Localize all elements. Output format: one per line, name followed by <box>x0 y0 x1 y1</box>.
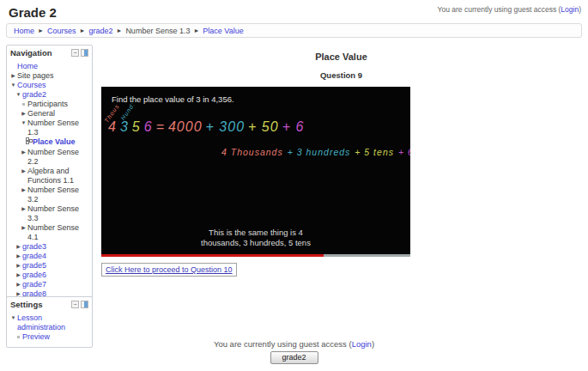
nav-item-label: Number Sense 3.2 <box>27 186 90 204</box>
nav-item-algebra-and-functions-1-1[interactable]: ▶Algebra and Functions 1.1 <box>9 167 90 186</box>
nav-item-label: Number Sense 1.3 <box>27 119 90 137</box>
chalk-text: + 6 <box>282 119 305 134</box>
dock-block-icon[interactable] <box>81 301 88 308</box>
breadcrumb-item-courses[interactable]: Courses <box>47 27 76 35</box>
bullet-icon <box>20 100 27 109</box>
page: Grade 2 You are currently using guest ac… <box>0 0 588 371</box>
settings-item-label: Lesson administration <box>17 313 90 332</box>
nav-item-grade2[interactable]: ▼grade2 <box>9 90 90 100</box>
breadcrumb: Home►Courses►grade2►Number Sense 1.3►Pla… <box>6 23 582 38</box>
chevron-expanded-icon[interactable]: ▼ <box>9 313 17 323</box>
breadcrumb-item-place-value[interactable]: Place Value <box>203 27 243 35</box>
chevron-collapsed-icon[interactable]: ▶ <box>15 261 22 271</box>
chevron-collapsed-icon[interactable]: ▶ <box>20 223 27 233</box>
chevron-collapsed-icon[interactable]: ▶ <box>20 148 27 157</box>
nav-item-home[interactable]: Home <box>9 62 90 71</box>
chevron-expanded-icon[interactable]: ▼ <box>9 81 17 90</box>
guest-notice-text: You are currently using guest access ( <box>438 5 561 14</box>
navigation-items: Home▶Site pages▼Courses▼grade2Participan… <box>7 59 92 323</box>
chalk-text: 5 <box>132 119 141 134</box>
nav-item-general[interactable]: ▶General <box>9 109 90 119</box>
nav-item-number-sense-2-2[interactable]: ▶Number Sense 2.2 <box>9 148 90 167</box>
chevron-collapsed-icon[interactable]: ▶ <box>15 242 22 252</box>
settings-block-title: Settings <box>10 300 42 309</box>
breadcrumb-item-number-sense-1-3: Number Sense 1.3 <box>125 27 190 35</box>
chalk-text: = <box>156 119 165 134</box>
chevron-collapsed-icon[interactable]: ▶ <box>20 109 27 119</box>
chevron-expanded-icon[interactable]: ▼ <box>15 90 22 100</box>
nav-item-grade3[interactable]: ▶grade3 <box>9 242 90 252</box>
nav-item-label: Place Value <box>33 137 90 147</box>
chalk-text: + 50 <box>248 119 279 134</box>
settings-block-header: Settings − <box>7 297 92 311</box>
board-column-label: Hund: <box>119 101 136 121</box>
nav-item-label: grade3 <box>22 242 90 252</box>
nav-item-label: General <box>27 109 90 119</box>
breadcrumb-item-home[interactable]: Home <box>14 27 34 35</box>
chalk-text: + 3 hundreds <box>288 147 351 157</box>
nav-item-participants[interactable]: Participants <box>9 100 90 109</box>
caption-line: thousands, 3 hundreds, 5 tens <box>101 238 410 248</box>
chevron-collapsed-icon[interactable]: ▶ <box>15 252 22 261</box>
nav-item-label: grade4 <box>22 252 90 261</box>
chevron-collapsed-icon[interactable]: ▶ <box>20 204 27 214</box>
chevron-collapsed-icon[interactable]: ▶ <box>20 167 27 176</box>
login-link-bottom[interactable]: Login <box>352 339 372 349</box>
navigation-block: Navigation − Home▶Site pages▼Courses▼gra… <box>6 45 93 324</box>
nav-item-number-sense-3-3[interactable]: ▶Number Sense 3.3 <box>9 204 90 223</box>
lesson-title: Place Value <box>101 52 581 62</box>
nav-item-courses[interactable]: ▼Courses <box>9 81 90 90</box>
guest-access-notice-bottom: You are currently using guest access (Lo… <box>0 339 588 349</box>
chevron-collapsed-icon[interactable]: ▶ <box>20 186 27 195</box>
guest-access-notice-top: You are currently using guest access (Lo… <box>438 5 581 14</box>
course-shortname-button[interactable]: grade2 <box>270 351 318 364</box>
chalk-text: 6 <box>144 119 153 134</box>
nav-item-label: grade6 <box>22 271 90 280</box>
proceed-button[interactable]: Click Here to proceed to Question 10 <box>101 263 237 277</box>
question-number: Question 9 <box>101 70 581 80</box>
chalk-text: + 6 ones <box>398 147 410 157</box>
page-title: Grade 2 <box>9 5 57 20</box>
nav-item-site-pages[interactable]: ▶Site pages <box>9 71 90 81</box>
nav-item-label: Home <box>17 62 90 71</box>
board-expansion-words: 4 Thousands+ 3 hundreds+ 5 tens+ 6 ones <box>221 147 410 157</box>
nav-item-number-sense-3-2[interactable]: ▶Number Sense 3.2 <box>9 186 90 204</box>
nav-item-number-sense-1-3[interactable]: ▼Number Sense 1.3 <box>9 119 90 137</box>
chalk-text: 3 <box>120 119 129 134</box>
collapse-block-icon[interactable]: − <box>71 49 79 57</box>
nav-item-number-sense-4-1[interactable]: ▶Number Sense 4.1 <box>9 223 90 242</box>
navigation-block-title: Navigation <box>10 48 52 58</box>
nav-item-place-value[interactable]: Place Value <box>9 137 90 148</box>
nav-item-label: grade5 <box>22 261 90 271</box>
proceed-button-label: Click Here to proceed to Question 10 <box>106 265 233 274</box>
chevron-expanded-icon[interactable]: ▼ <box>20 119 27 128</box>
chalk-text: + 300 <box>206 119 245 134</box>
caption-line: This is the same thing is 4 <box>101 228 410 238</box>
breadcrumb-separator-icon: ► <box>193 27 199 33</box>
nav-item-grade6[interactable]: ▶grade6 <box>9 271 90 280</box>
lesson-video-player[interactable]: Find the place value of 3 in 4,356. Thou… <box>101 87 410 257</box>
breadcrumb-separator-icon: ► <box>79 27 85 33</box>
chalk-text: 4 Thousands <box>221 147 283 157</box>
settings-item-lesson-administration[interactable]: ▼Lesson administration <box>9 313 90 332</box>
nav-item-grade4[interactable]: ▶grade4 <box>9 252 90 261</box>
chevron-collapsed-icon[interactable]: ▶ <box>15 280 22 289</box>
nav-item-label: grade2 <box>22 90 90 100</box>
nav-item-grade5[interactable]: ▶grade5 <box>9 261 90 271</box>
board-equation: 4356=4000+ 300+ 50+ 6 <box>108 119 307 135</box>
chalk-text: + 5 tens <box>355 147 394 157</box>
nav-item-label: Algebra and Functions 1.1 <box>27 167 90 186</box>
breadcrumb-separator-icon: ► <box>38 27 44 33</box>
chevron-collapsed-icon[interactable]: ▶ <box>9 71 17 81</box>
video-progress-bar[interactable] <box>101 254 410 257</box>
nav-item-label: Number Sense 4.1 <box>27 223 90 242</box>
dock-block-icon[interactable] <box>81 49 88 57</box>
video-caption: This is the same thing is 4thousands, 3 … <box>101 228 410 248</box>
collapse-block-icon[interactable]: − <box>71 301 79 308</box>
login-link-top[interactable]: Login <box>561 5 579 14</box>
nav-item-label: Participants <box>27 100 90 109</box>
breadcrumb-item-grade2[interactable]: grade2 <box>88 27 112 35</box>
navigation-block-header: Navigation − <box>7 46 92 59</box>
chevron-collapsed-icon[interactable]: ▶ <box>15 271 22 280</box>
nav-item-grade7[interactable]: ▶grade7 <box>9 280 90 289</box>
